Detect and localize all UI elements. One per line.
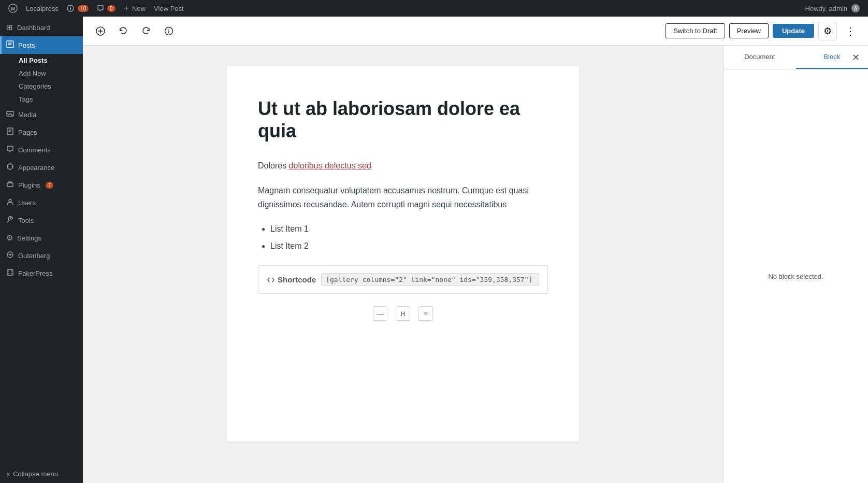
inserter-dash-icon[interactable]: — (373, 306, 387, 321)
panel-close-button[interactable]: ✕ (845, 47, 866, 68)
svg-rect-11 (7, 269, 13, 275)
svg-point-18 (168, 29, 169, 30)
view-post-item[interactable]: View Post (150, 0, 188, 17)
all-posts-label: All Posts (19, 56, 48, 64)
sidebar-gutenberg-label: Gutenberg (18, 252, 50, 260)
editor-document: Ut ut ab laboriosam dolore ea quia Dolor… (227, 66, 579, 442)
post-title[interactable]: Ut ut ab laboriosam dolore ea quia (258, 97, 548, 142)
svg-point-14 (8, 273, 9, 274)
panel-tabs: Document Block ✕ (724, 46, 868, 69)
shortcode-block[interactable]: Shortcode (258, 265, 548, 294)
sidebar-dashboard-label: Dashboard (17, 24, 50, 32)
post-paragraph-1[interactable]: Dolores doloribus delectus sed (258, 159, 548, 173)
preview-label: Preview (737, 27, 761, 35)
sidebar-item-categories[interactable]: Categories (12, 80, 83, 93)
sidebar-nav: ⊞ Dashboard Posts All Posts Add New Cate… (0, 17, 83, 465)
sidebar-item-settings[interactable]: ⚙ Settings (0, 229, 83, 247)
switch-to-draft-label: Switch to Draft (673, 27, 717, 35)
sidebar-item-tags[interactable]: Tags (12, 93, 83, 106)
block-inserter-row: — H ≡ (258, 306, 548, 321)
plugins-badge: 7 (46, 182, 54, 189)
sidebar-item-tools[interactable]: Tools (0, 211, 83, 229)
post-list: List Item 1 List Item 2 (270, 222, 548, 253)
editor-content-wrapper: Ut ut ab laboriosam dolore ea quia Dolor… (83, 46, 868, 483)
updates-item[interactable]: 10 (63, 0, 93, 17)
undo-button[interactable] (114, 22, 133, 40)
svg-point-9 (10, 217, 12, 219)
sidebar-item-pages[interactable]: Pages (0, 123, 83, 141)
post-paragraph-2[interactable]: Magnam consequatur voluptatem accusamus … (258, 183, 548, 211)
list-item-2[interactable]: List Item 2 (270, 239, 548, 253)
panel-content: No block selected. (724, 69, 868, 483)
sidebar-item-posts[interactable]: Posts (0, 36, 83, 54)
shortcode-bracket-icon: Shortcode (267, 275, 316, 284)
paragraph1-text: Dolores (258, 161, 289, 170)
preview-button[interactable]: Preview (729, 23, 769, 38)
sidebar-plugins-label: Plugins (18, 181, 40, 189)
shortcode-input[interactable] (321, 273, 539, 286)
sidebar-media-label: Media (18, 111, 36, 119)
editor-area: Switch to Draft Preview Update ⚙ ⋮ (83, 17, 868, 483)
sidebar-item-gutenberg[interactable]: Gutenberg (0, 247, 83, 264)
sidebar-appearance-label: Appearance (18, 164, 54, 172)
new-item[interactable]: + New (120, 0, 150, 17)
redo-button[interactable] (137, 22, 155, 40)
main-layout: ⊞ Dashboard Posts All Posts Add New Cate… (0, 17, 868, 483)
site-name-label: Localpress (26, 5, 59, 12)
sidebar-item-users[interactable]: Users (0, 194, 83, 211)
more-options-button[interactable]: ⋮ (841, 22, 860, 40)
sidebar-item-add-new[interactable]: Add New (12, 67, 83, 80)
svg-point-15 (11, 273, 12, 274)
sidebar-item-all-posts[interactable]: All Posts (12, 54, 83, 67)
howdy-item[interactable]: Howdy, admin A (801, 0, 864, 17)
howdy-label: Howdy, admin (805, 5, 847, 12)
tab-document[interactable]: Document (724, 46, 796, 69)
plugins-icon (6, 180, 14, 190)
settings-icon: ⚙ (6, 233, 13, 243)
users-icon (6, 198, 14, 207)
fakerpress-icon (6, 268, 14, 278)
inserter-heading-icon[interactable]: H (396, 306, 410, 321)
sidebar-item-media[interactable]: Media (0, 106, 83, 123)
sidebar-item-dashboard[interactable]: ⊞ Dashboard (0, 19, 83, 36)
gear-icon: ⚙ (823, 25, 832, 37)
update-button[interactable]: Update (773, 24, 814, 38)
view-post-label: View Post (154, 5, 184, 12)
svg-rect-7 (7, 183, 13, 187)
paragraph1-link[interactable]: doloribus delectus sed (289, 161, 371, 170)
sidebar-users-label: Users (18, 199, 36, 207)
sidebar-item-fakerpress[interactable]: FakerPress (0, 264, 83, 282)
info-button[interactable] (160, 22, 178, 40)
avatar: A (851, 4, 860, 12)
sidebar-collapse-button[interactable]: « Collapse menu (0, 465, 83, 483)
sidebar-item-plugins[interactable]: Plugins 7 (0, 176, 83, 194)
shortcode-label: Shortcode (278, 275, 316, 284)
tags-label: Tags (19, 95, 33, 103)
settings-gear-button[interactable]: ⚙ (818, 22, 837, 40)
add-block-button[interactable] (91, 22, 110, 40)
svg-point-12 (8, 271, 9, 272)
sidebar-item-comments[interactable]: Comments (0, 141, 83, 159)
more-icon: ⋮ (845, 25, 856, 37)
comments-item[interactable]: 0 (93, 0, 120, 17)
no-block-message: No block selected. (768, 273, 823, 280)
sidebar-comments-label: Comments (18, 146, 51, 154)
collapse-label: Collapse menu (13, 470, 58, 478)
editor-toolbar: Switch to Draft Preview Update ⚙ ⋮ (83, 17, 868, 46)
wp-logo-item[interactable]: W (4, 0, 22, 17)
sidebar-posts-submenu: All Posts Add New Categories Tags (0, 54, 83, 106)
gutenberg-icon (6, 251, 14, 260)
tools-icon (6, 216, 14, 225)
site-name-item[interactable]: Localpress (22, 0, 63, 17)
media-icon (6, 110, 14, 119)
pages-icon (6, 127, 14, 137)
admin-bar: W Localpress 10 0 + New View Post Howdy,… (0, 0, 868, 17)
list-item-1[interactable]: List Item 1 (270, 222, 548, 236)
sidebar-settings-label: Settings (17, 234, 41, 242)
collapse-icon: « (6, 470, 10, 478)
sidebar: ⊞ Dashboard Posts All Posts Add New Cate… (0, 17, 83, 483)
sidebar-item-appearance[interactable]: Appearance (0, 159, 83, 176)
switch-to-draft-button[interactable]: Switch to Draft (666, 23, 725, 38)
inserter-list-icon[interactable]: ≡ (418, 306, 433, 321)
sidebar-posts-label: Posts (18, 41, 35, 49)
